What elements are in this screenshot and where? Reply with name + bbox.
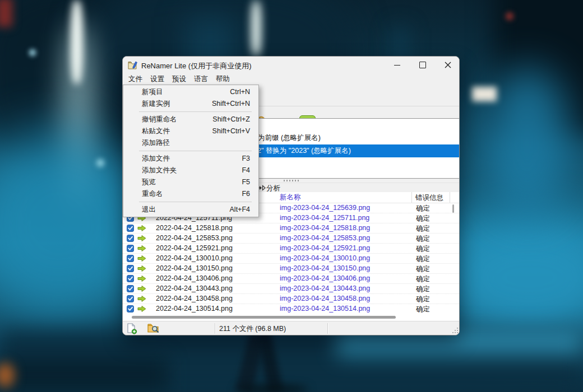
- rename-arrow-icon: [137, 295, 146, 304]
- old-filename: 2022-04-24_130150.png: [156, 264, 233, 272]
- menu-item-new-instance[interactable]: 新建实例Shift+Ctrl+N: [123, 98, 258, 110]
- status-cell: 确定: [416, 284, 430, 294]
- menu-item-rename[interactable]: 重命名F6: [123, 188, 258, 200]
- new-filename: img-2023-04-24_130010.png: [280, 254, 370, 262]
- title-bar[interactable]: ReNamer Lite (仅用于非商业使用): [123, 57, 459, 73]
- table-row[interactable]: 2022-04-24_130514.pngimg-2023-04-24_1305…: [123, 304, 460, 313]
- new-filename: img-2023-04-24_130514.png: [280, 305, 370, 312]
- status-cell: 确定: [416, 305, 430, 313]
- check-icon: [127, 306, 133, 312]
- row-checkbox[interactable]: [127, 225, 134, 232]
- rename-arrow-icon: [137, 265, 146, 274]
- browse-folder-icon[interactable]: [147, 323, 159, 334]
- table-row[interactable]: 2022-04-24_130150.pngimg-2023-04-24_1301…: [123, 264, 460, 274]
- new-filename: img-2023-04-24_125639.png: [280, 204, 370, 212]
- row-checkbox[interactable]: [127, 265, 134, 272]
- status-cell: 确定: [416, 244, 430, 254]
- menu-settings[interactable]: 设置: [146, 73, 168, 85]
- app-icon: [128, 60, 137, 70]
- maximize-button[interactable]: [410, 57, 435, 73]
- check-icon: [127, 265, 133, 272]
- new-filename: img-2023-04-24_130458.png: [280, 295, 370, 302]
- splitter-grip-icon: [284, 180, 300, 181]
- status-cell: 确定: [416, 204, 430, 213]
- status-cell: 确定: [416, 295, 430, 304]
- old-filename: 2022-04-24_130010.png: [156, 254, 233, 262]
- menu-presets[interactable]: 预设: [168, 73, 190, 85]
- menu-separator: [139, 151, 252, 151]
- table-row[interactable]: 2022-04-24_130406.pngimg-2023-04-24_1304…: [123, 274, 460, 284]
- column-header-error[interactable]: 错误信息: [415, 193, 443, 203]
- table-row[interactable]: 2022-04-24_130443.pngimg-2023-04-24_1304…: [123, 284, 460, 294]
- check-icon: [127, 225, 133, 231]
- new-filename: img-2023-04-24_125818.png: [280, 224, 370, 232]
- file-menu-popup: 新项目Ctrl+N 新建实例Shift+Ctrl+N 撤销重命名Shift+Ct…: [123, 85, 259, 217]
- rename-arrow-icon: [137, 275, 146, 284]
- close-button[interactable]: [435, 57, 460, 73]
- old-filename: 2022-04-24_125853.png: [156, 234, 233, 242]
- menu-item-new-project[interactable]: 新项目Ctrl+N: [123, 86, 258, 98]
- status-cell: 确定: [416, 254, 430, 264]
- row-checkbox[interactable]: [127, 285, 134, 292]
- menu-separator: [139, 202, 252, 202]
- menu-help[interactable]: 帮助: [212, 73, 234, 85]
- menu-item-add-folders[interactable]: 添加文件夹F4: [123, 165, 258, 176]
- menu-separator: [139, 111, 252, 112]
- new-filename: img-2023-04-24_125853.png: [280, 234, 370, 242]
- menu-item-paste-files[interactable]: 粘贴文件Shift+Ctrl+V: [123, 125, 258, 137]
- row-checkbox[interactable]: [127, 245, 134, 252]
- old-filename: 2022-04-24_125818.png: [156, 224, 233, 232]
- minimize-button[interactable]: [385, 57, 410, 73]
- resize-grip-icon[interactable]: [452, 327, 459, 334]
- table-row[interactable]: 2022-04-24_125818.pngimg-2023-04-24_1258…: [123, 223, 460, 234]
- new-filename: img-2023-04-24_130443.png: [280, 284, 370, 292]
- menu-item-exit[interactable]: 退出Alt+F4: [123, 204, 258, 216]
- row-checkbox[interactable]: [127, 305, 134, 312]
- row-checkbox[interactable]: [127, 295, 134, 302]
- horizontal-scrollbar-track[interactable]: [123, 313, 460, 321]
- menu-language[interactable]: 语言: [190, 73, 212, 85]
- menu-item-add-files[interactable]: 添加文件F3: [123, 153, 258, 165]
- horizontal-scrollbar-thumb[interactable]: [132, 316, 396, 319]
- table-row[interactable]: 2022-04-24_125921.pngimg-2023-04-24_1259…: [123, 244, 460, 254]
- window-title: ReNamer Lite (仅用于非商业使用): [141, 61, 251, 71]
- menu-bar: 文件 设置 预设 语言 帮助: [123, 73, 459, 85]
- check-icon: [127, 235, 133, 241]
- old-filename: 2022-04-24_125921.png: [156, 244, 233, 252]
- table-row[interactable]: 2022-04-24_130010.pngimg-2023-04-24_1300…: [123, 254, 460, 264]
- table-row[interactable]: 2022-04-24_130458.pngimg-2023-04-24_1304…: [123, 294, 460, 304]
- file-count-status: 211 个文件 (96.8 MB): [219, 324, 286, 334]
- rename-arrow-icon: [137, 245, 146, 254]
- check-icon: [127, 286, 133, 292]
- minimize-icon: [394, 65, 400, 66]
- table-row[interactable]: 2022-04-24_125853.pngimg-2023-04-24_1258…: [123, 234, 460, 244]
- menu-item-preview[interactable]: 预览F5: [123, 176, 258, 188]
- status-cell: 确定: [416, 274, 430, 284]
- old-filename: 2022-04-24_130443.png: [156, 284, 233, 292]
- row-checkbox[interactable]: [127, 275, 134, 282]
- check-icon: [127, 245, 133, 251]
- row-checkbox[interactable]: [127, 255, 134, 262]
- old-filename: 2022-04-24_130514.png: [156, 305, 233, 312]
- menu-item-add-path[interactable]: 添加路径: [123, 137, 258, 149]
- new-filename: img-2023-04-24_125711.png: [280, 214, 369, 222]
- status-cell: 确定: [416, 224, 430, 234]
- file-table: 2022-04-24_125639.pngimg-2023-04-24_1256…: [123, 203, 460, 313]
- add-files-icon[interactable]: [127, 323, 137, 334]
- renamer-window: ReNamer Lite (仅用于非商业使用) 文件 设置 预设 语言 帮助 预…: [122, 56, 460, 335]
- old-filename: 2022-04-24_130458.png: [156, 295, 233, 302]
- status-bar: 211 个文件 (96.8 MB): [123, 321, 460, 335]
- rename-arrow-icon: [137, 225, 146, 234]
- row-checkbox[interactable]: [127, 235, 134, 242]
- old-filename: 2022-04-24_130406.png: [156, 274, 233, 282]
- rename-arrow-icon: [137, 285, 146, 294]
- rename-arrow-icon: [137, 255, 146, 264]
- check-icon: [127, 276, 133, 282]
- menu-item-undo-rename[interactable]: 撤销重命名Shift+Ctrl+Z: [123, 114, 258, 125]
- check-icon: [127, 296, 133, 302]
- menu-file[interactable]: 文件: [124, 73, 146, 85]
- column-header-new-name[interactable]: 新名称: [280, 193, 301, 202]
- status-cell: 确定: [416, 214, 430, 223]
- rename-arrow-icon: [137, 235, 146, 244]
- new-filename: img-2023-04-24_130406.png: [280, 274, 370, 282]
